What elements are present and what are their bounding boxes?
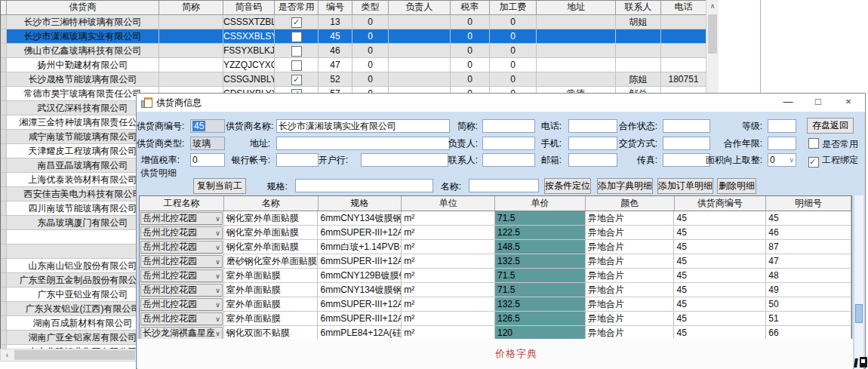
row-header[interactable]	[1, 115, 7, 129]
column-header[interactable]: 类型	[352, 1, 389, 14]
row-header[interactable]	[1, 201, 7, 215]
maximize-button[interactable]: □	[807, 94, 830, 112]
grid-row[interactable]: 岳州北控花园室外单面贴膜6mmSUPER-III+12A(硅…m²126.5异地…	[140, 312, 851, 326]
supplier-row[interactable]: 佛山市亿鑫玻璃科技有限公司FSSYXBLKJ...46000	[1, 44, 718, 58]
row-header[interactable]	[1, 158, 7, 172]
grid-column-header[interactable]: 规格	[319, 196, 402, 211]
project-bind-checkbox[interactable]: 工程绑定	[808, 155, 858, 167]
supplier-row[interactable]: 长沙晟格节能玻璃有限公司CSSGJNBLYXGS52000陈姐180751	[1, 72, 718, 87]
grid-row[interactable]: 岳州北控花园钢化室外单面贴膜6mmCNY134镀膜钢化m²71.5异地合片454…	[140, 211, 851, 226]
row-header[interactable]	[1, 273, 7, 287]
supplier-no-input[interactable]: 45	[190, 119, 225, 133]
spec-filter-input[interactable]	[295, 179, 433, 192]
common-use-checkbox[interactable]	[291, 17, 302, 28]
project-combo[interactable]: 岳州北控花园	[140, 226, 223, 239]
contact-input[interactable]	[482, 153, 535, 167]
grid-column-header[interactable]: 工程名称	[140, 196, 224, 211]
checkbox-icon[interactable]	[808, 157, 819, 168]
row-header[interactable]	[1, 216, 7, 229]
locate-by-condition-button[interactable]: 按条件定位	[544, 178, 591, 194]
project-combo[interactable]: 岳州北控花园	[140, 312, 223, 325]
grid-column-header[interactable]: 单位	[402, 196, 495, 211]
row-header[interactable]	[1, 58, 7, 72]
common-use-checkbox[interactable]	[291, 46, 302, 57]
vertical-scroll-thumb[interactable]	[708, 14, 717, 54]
dialog-scroll-thumb[interactable]	[855, 304, 863, 323]
grid-row[interactable]: 岳州北控花园室外单面贴膜6mmSUPER-III+12A(硅…m²132.5异地…	[140, 297, 851, 312]
column-header[interactable]: 电话	[661, 1, 706, 14]
row-header[interactable]	[1, 29, 7, 43]
grid-row[interactable]: 岳州北控花园钢化室外单面贴膜6mmSUPER-III+12A(硅…m²122.5…	[140, 226, 851, 240]
coop-years-input[interactable]	[768, 137, 796, 150]
project-combo[interactable]: 岳州北控花园	[140, 284, 223, 297]
dialog-titlebar[interactable]: 供货商信息 — □ ×	[137, 94, 865, 112]
delivery-mode-input[interactable]	[663, 137, 710, 150]
add-order-detail-button[interactable]: 添加订单明细	[657, 178, 713, 194]
mobile-input[interactable]	[568, 137, 617, 150]
coop-status-input[interactable]	[663, 119, 710, 133]
row-header[interactable]	[1, 187, 7, 201]
manager-input[interactable]	[482, 137, 535, 150]
grid-row[interactable]: 岳州北控花园室外单面贴膜6mmCNY134镀膜钢化m²71.5异地合片4549	[140, 283, 851, 297]
column-header[interactable]: 负责人	[389, 1, 451, 14]
name-filter-input[interactable]	[469, 179, 539, 192]
row-header[interactable]	[1, 87, 7, 100]
column-header[interactable]: 加工费	[490, 1, 537, 14]
row-header[interactable]	[1, 72, 7, 86]
row-header[interactable]	[1, 15, 7, 29]
supplier-name-input[interactable]: 长沙市潇湘玻璃实业有限公司	[276, 119, 450, 133]
area-round-up-combo[interactable]: 0∨	[768, 153, 796, 167]
row-header[interactable]	[1, 144, 7, 158]
save-return-button[interactable]: 存盘返回	[807, 118, 854, 134]
grid-row[interactable]: 岳州北控花园磨砂钢化室外单面贴膜6mmSUPER-III+12A(硅…m²132…	[140, 254, 851, 269]
grid-column-header[interactable]: 明细号	[766, 196, 851, 211]
column-header[interactable]: 税率	[451, 1, 490, 14]
row-header[interactable]	[1, 130, 7, 143]
column-header[interactable]: 简音码	[223, 1, 275, 14]
grid-column-header[interactable]: 单价	[495, 196, 586, 211]
email-input[interactable]	[568, 153, 617, 167]
scroll-left-icon[interactable]: ‹	[1, 349, 14, 361]
grid-column-header[interactable]: 供货商编号	[675, 196, 767, 211]
common-use-checkbox[interactable]	[291, 32, 302, 42]
row-header[interactable]	[1, 331, 7, 344]
grade-input[interactable]	[768, 119, 796, 133]
column-header[interactable]: 是否常用	[275, 1, 319, 14]
project-combo[interactable]: 岳州北控花园	[140, 255, 223, 268]
project-combo[interactable]: 岳州北控花园	[140, 241, 223, 254]
project-combo[interactable]: 岳州北控花园	[140, 212, 223, 225]
column-header[interactable]: 供货商	[7, 1, 159, 14]
minimize-button[interactable]: —	[777, 94, 799, 112]
grid-column-header[interactable]: 名称	[224, 196, 319, 211]
project-combo[interactable]: 岳州北控花园	[140, 269, 223, 282]
row-header[interactable]	[1, 259, 7, 272]
supplier-row[interactable]: 长沙市三湘特种玻璃有限公司CSSSXTZBL...13000胡姐	[1, 15, 718, 29]
vat-rate-input[interactable]: 0	[190, 153, 225, 167]
dialog-vertical-scrollbar[interactable]	[854, 195, 863, 369]
scroll-up-icon[interactable]: ∧	[706, 0, 719, 13]
column-header[interactable]: 简称	[159, 1, 223, 14]
row-header[interactable]	[1, 101, 7, 115]
bank-account-input[interactable]	[276, 153, 319, 167]
common-use-checkbox[interactable]	[291, 60, 302, 71]
row-header[interactable]	[1, 44, 7, 57]
column-header[interactable]: 编号	[319, 1, 352, 14]
row-header[interactable]	[1, 244, 7, 258]
row-header[interactable]	[1, 230, 7, 244]
row-header[interactable]	[1, 288, 7, 301]
close-button[interactable]: ×	[837, 94, 860, 112]
abbr-input[interactable]	[482, 119, 535, 133]
grid-row[interactable]: 岳州北控花园钢化室外单面贴膜6mm白玻+1.14PVB+6mm…m²148.5异…	[140, 240, 851, 254]
add-dict-detail-button[interactable]: 添加字典明细	[597, 178, 653, 194]
project-combo[interactable]: 长沙龙湖祺鑫星座	[140, 327, 223, 340]
delete-detail-button[interactable]: 删除明细	[717, 178, 756, 194]
column-header[interactable]: 联系人	[616, 1, 661, 14]
grid-column-header[interactable]: 颜色	[586, 196, 675, 211]
address-input[interactable]	[276, 137, 450, 150]
copy-project-button[interactable]: 复制当前工程	[193, 178, 246, 194]
supplier-row[interactable]: 扬州中勤建材有限公司YZZQJCYXGS47000	[1, 58, 718, 72]
row-header[interactable]	[1, 316, 7, 330]
project-combo[interactable]: 岳州北控花园	[140, 298, 223, 311]
column-header[interactable]: 地址	[537, 1, 616, 14]
bank-name-input[interactable]	[361, 153, 448, 167]
